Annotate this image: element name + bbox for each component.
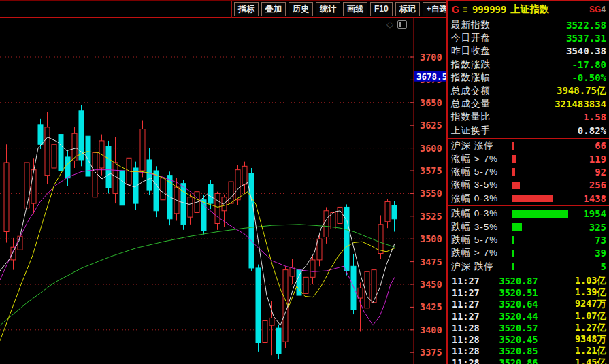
kline-chart[interactable]: 3700367536503625360035753550352535003475…	[0, 18, 446, 364]
distribution-value: 256	[589, 180, 606, 191]
tick-time: 11:28	[452, 357, 487, 364]
quote-value: -0.50%	[572, 72, 606, 83]
distribution-bar	[512, 263, 514, 270]
y-axis-label: 3375	[420, 347, 442, 358]
candle-body	[38, 125, 43, 144]
distribution-value: 39	[595, 248, 606, 259]
tick-row: 11:273520.871.03亿	[448, 275, 609, 286]
y-axis-label: 3475	[420, 257, 442, 267]
distribution-value: 5	[601, 261, 606, 272]
candle-body	[283, 270, 288, 342]
tick-time: 11:28	[452, 346, 487, 357]
menu-icon[interactable]: ≡	[463, 5, 467, 14]
quote-label: 指数量比	[451, 111, 491, 123]
distribution-value: 73	[595, 235, 606, 246]
diamond-icon[interactable]: ◇	[386, 20, 393, 29]
tick-list: 11:273520.871.03亿11:273520.511.39亿11:273…	[448, 275, 609, 364]
candle-body	[113, 163, 118, 193]
kline-chart-area[interactable]: 3700367536503625360035753550352535003475…	[0, 18, 446, 364]
candle-body	[235, 170, 240, 200]
candle-body	[303, 277, 308, 293]
tick-price: 3520.45	[487, 334, 550, 345]
candle-body	[256, 268, 261, 343]
chart-corner-icons: ◇	[386, 20, 407, 29]
tick-row: 11:283520.851.21亿	[448, 346, 609, 357]
candle-body	[338, 207, 342, 223]
tick-price: 3520.51	[487, 287, 550, 298]
candle-body	[324, 211, 329, 237]
tick-amount: 1.07亿	[575, 310, 606, 322]
candle-body	[45, 127, 50, 176]
ma-yellow-line	[0, 152, 395, 341]
quote-panel: G ≡ 999999 上证指数 SG4 最新指数3522.58今日开盘3537.…	[446, 0, 609, 364]
quote-value: 1.58	[583, 112, 606, 122]
candle-body	[317, 239, 322, 260]
distribution-bar	[512, 250, 514, 257]
candle-body	[344, 207, 349, 271]
candle-body	[269, 318, 274, 325]
quote-label: 指数涨跌	[451, 59, 491, 71]
distribution-label: 跌幅 3-5%	[451, 221, 512, 233]
distribution-value: 119	[589, 154, 606, 165]
toolbar-button-标记[interactable]: 标记	[395, 2, 420, 16]
quote-rows: 最新指数3522.58今日开盘3537.31昨日收盘3540.38指数涨跌-17…	[448, 18, 609, 137]
panel-toggle-icon[interactable]	[397, 20, 407, 29]
quote-row: 指数量比1.58	[448, 111, 609, 124]
y-axis-label: 3525	[420, 211, 442, 222]
quote-row: 最新指数3522.58	[448, 18, 609, 31]
tick-price: 3520.64	[487, 299, 550, 310]
distribution-row: 跌幅 0-3%1954	[448, 207, 609, 220]
tick-amount: 1.03亿	[575, 275, 606, 287]
symbol-code: 999999	[472, 4, 507, 15]
candle-body	[18, 236, 22, 250]
g-indicator[interactable]: G	[452, 4, 459, 15]
candle-body	[249, 173, 254, 268]
quote-value: 0.82%	[578, 125, 606, 136]
toolbar-button-历史[interactable]: 历史	[289, 2, 313, 16]
toolbar-button-F10[interactable]: F10	[370, 2, 393, 16]
distribution-bar	[512, 142, 514, 150]
distribution-label: 涨幅 > 7%	[451, 153, 512, 165]
candle-body	[263, 320, 267, 342]
tick-amount: 1.21亿	[575, 345, 606, 357]
candle-body	[351, 266, 356, 310]
quote-value: 3537.31	[566, 33, 606, 44]
quote-label: 指数涨幅	[451, 71, 491, 84]
distribution-bar	[512, 155, 516, 163]
tick-price: 3520.85	[487, 346, 550, 357]
candle-body	[188, 197, 193, 217]
tick-time: 11:28	[452, 334, 487, 345]
toolbar-button-画线[interactable]: 画线	[343, 2, 367, 16]
candle-body	[358, 288, 363, 298]
tick-time: 11:27	[452, 299, 487, 310]
quote-value: -17.80	[572, 59, 606, 70]
tick-amount: 1.27亿	[575, 322, 606, 334]
toolbar: 指标叠加历史统计画线F10标记+自选返回	[0, 0, 446, 18]
y-axis-label: 3500	[420, 233, 442, 244]
distribution-label: 沪深 涨停	[451, 139, 512, 152]
toolbar-button-叠加[interactable]: 叠加	[261, 2, 286, 16]
tick-row: 11:283520.571.27亿	[448, 322, 609, 333]
distribution-row: 涨幅 3-5%256	[448, 179, 609, 192]
distribution-row: 涨幅 > 7%119	[448, 152, 609, 165]
y-axis-label: 3575	[420, 165, 442, 176]
quote-value: 3522.58	[566, 20, 606, 31]
toolbar-button-统计[interactable]: 统计	[316, 2, 340, 16]
distribution-row: 跌幅 3-5%325	[448, 220, 609, 233]
distribution-row: 沪深 跌停5	[448, 260, 609, 273]
quote-label: 昨日收盘	[451, 45, 491, 57]
quote-value: 321483834	[555, 99, 606, 110]
distribution-value: 1954	[583, 208, 606, 219]
toolbar-button-指标[interactable]: 指标	[234, 2, 259, 16]
distribution-bar	[512, 182, 520, 189]
distribution-label: 涨幅 3-5%	[451, 179, 512, 191]
tick-time: 11:28	[452, 322, 487, 333]
tick-amount: 9247万	[575, 298, 606, 310]
distribution-row: 涨幅 0-3%1438	[448, 192, 609, 205]
y-axis-label: 3400	[420, 325, 442, 335]
quote-row: 总成交量321483834	[448, 97, 609, 110]
candle-body	[154, 171, 159, 211]
y-axis-label: 3450	[420, 279, 442, 290]
toolbar-buttons: 指标叠加历史统计画线F10标记+自选返回	[234, 2, 479, 16]
candle-body	[147, 160, 152, 190]
